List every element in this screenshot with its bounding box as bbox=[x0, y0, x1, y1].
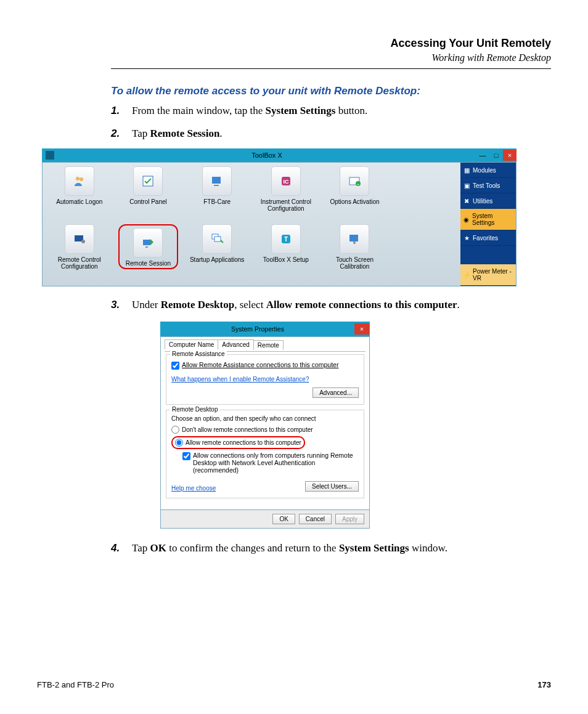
svg-point-11 bbox=[81, 240, 85, 243]
toolbox-tile[interactable]: Remote Control Configuration bbox=[45, 224, 114, 282]
dialog-title: System Properties bbox=[161, 325, 354, 333]
radio-dont-allow[interactable]: Don't allow remote connections to this c… bbox=[171, 426, 359, 434]
svg-text:IC: IC bbox=[283, 179, 289, 185]
sidebar-item-label: Power Meter - VR bbox=[473, 268, 513, 282]
svg-rect-18 bbox=[349, 235, 358, 241]
toolbox-tile[interactable]: Startup Applications bbox=[182, 224, 251, 282]
tile-icon: IC bbox=[271, 166, 301, 196]
checkbox-label: Allow Remote Assistance connections to t… bbox=[182, 361, 338, 368]
tile-icon bbox=[65, 224, 94, 254]
sidebar-item[interactable]: ▣Test Tools bbox=[460, 178, 516, 193]
step-bold: System Settings bbox=[266, 105, 336, 116]
sidebar-item-label: Modules bbox=[473, 167, 496, 174]
step-text: window. bbox=[409, 542, 447, 554]
sidebar-item[interactable]: ✖Utilities bbox=[460, 193, 516, 209]
minimize-button[interactable]: — bbox=[476, 150, 489, 161]
tile-label: Instrument Control Configuration bbox=[251, 198, 321, 212]
svg-rect-3 bbox=[212, 177, 221, 184]
tile-label: Startup Applications bbox=[190, 256, 244, 263]
sidebar-item-label: System Settings bbox=[472, 213, 513, 226]
select-users-button[interactable]: Select Users... bbox=[305, 481, 359, 492]
toolbox-tile bbox=[389, 224, 458, 282]
header-rule bbox=[111, 68, 551, 69]
tile-icon bbox=[202, 166, 232, 196]
toolbox-tile bbox=[389, 166, 458, 224]
close-button[interactable]: × bbox=[354, 323, 369, 335]
tile-label: FTB-Care bbox=[203, 198, 231, 205]
sidebar-item[interactable]: ★Favorites bbox=[460, 230, 516, 246]
step-number: 3. bbox=[111, 298, 132, 313]
step-text: , select bbox=[234, 299, 266, 310]
step-number: 1. bbox=[111, 103, 132, 119]
svg-point-0 bbox=[76, 177, 80, 181]
allow-remote-assistance-checkbox[interactable]: Allow Remote Assistance connections to t… bbox=[171, 361, 359, 370]
tab-remote[interactable]: Remote bbox=[253, 340, 284, 350]
toolbox-tile[interactable]: Remote Session bbox=[114, 224, 183, 282]
step-text: Tap bbox=[132, 128, 150, 139]
radio-allow-remote[interactable]: Allow remote connections to this compute… bbox=[171, 436, 305, 449]
tile-label: Control Panel bbox=[129, 198, 167, 205]
remote-assistance-help-link[interactable]: What happens when I enable Remote Assist… bbox=[171, 376, 309, 383]
help-me-choose-link[interactable]: Help me choose bbox=[171, 485, 216, 492]
dialog-titlebar: System Properties × bbox=[160, 322, 370, 336]
page-number: 173 bbox=[537, 680, 551, 689]
svg-point-1 bbox=[80, 177, 83, 181]
apply-button[interactable]: Apply bbox=[335, 514, 364, 524]
step-text: From the main window, tap the bbox=[132, 105, 266, 116]
step-text: . bbox=[219, 128, 222, 139]
tile-icon: + bbox=[340, 166, 369, 196]
step-2: 2. Tap Remote Session. bbox=[111, 126, 551, 142]
section-subtitle: Working with Remote Desktop bbox=[111, 52, 551, 63]
close-button[interactable]: × bbox=[503, 150, 517, 161]
step-text: button. bbox=[335, 105, 367, 116]
tile-icon bbox=[65, 166, 94, 196]
svg-text:+: + bbox=[357, 182, 360, 186]
procedure-title: To allow the remote access to your unit … bbox=[111, 85, 551, 97]
system-properties-dialog: System Properties × Computer Name Advanc… bbox=[160, 322, 370, 529]
step-bold: System Settings bbox=[339, 542, 409, 554]
sidebar-icon: ▣ bbox=[463, 182, 470, 189]
tab-advanced[interactable]: Advanced bbox=[218, 339, 253, 349]
sidebar-item-label: Test Tools bbox=[473, 182, 500, 189]
chapter-title: Accessing Your Unit Remotely bbox=[111, 37, 551, 50]
sidebar-item-powermeter[interactable]: ⚡ Power Meter - VR bbox=[460, 264, 516, 286]
maximize-button[interactable]: □ bbox=[489, 150, 503, 161]
cancel-button[interactable]: Cancel bbox=[299, 514, 332, 524]
dialog-button-row: OK Cancel Apply bbox=[160, 510, 370, 529]
toolbox-tile[interactable]: Control Panel bbox=[114, 166, 183, 224]
toolbox-tile[interactable]: TToolBox X Setup bbox=[251, 224, 321, 282]
tile-icon bbox=[340, 224, 369, 254]
group-legend: Remote Assistance bbox=[170, 351, 227, 357]
remote-assistance-group: Remote Assistance Allow Remote Assistanc… bbox=[166, 354, 364, 405]
powermeter-icon: ⚡ bbox=[463, 271, 470, 278]
toolbox-tile[interactable]: Touch Screen Calibration bbox=[321, 224, 390, 282]
sidebar-item-label: Utilities bbox=[473, 198, 492, 205]
toolbox-title: ToolBox X bbox=[58, 152, 476, 159]
tile-label: Touch Screen Calibration bbox=[321, 256, 390, 270]
toolbox-tile[interactable]: Automatic Logon bbox=[45, 166, 114, 224]
toolbox-tile[interactable]: +Options Activation bbox=[321, 166, 390, 224]
step-text: . bbox=[457, 299, 460, 310]
step-4: 4. Tap OK to confirm the changes and ret… bbox=[111, 541, 551, 556]
ok-button[interactable]: OK bbox=[272, 514, 295, 524]
step-bold: Remote Session bbox=[150, 128, 220, 139]
toolbox-tile[interactable]: FTB-Care bbox=[182, 166, 251, 224]
step-3: 3. Under Remote Desktop, select Allow re… bbox=[111, 298, 551, 313]
tile-label: Options Activation bbox=[330, 198, 379, 205]
step-text: to confirm the changes and return to the bbox=[166, 542, 339, 554]
toolbox-tile[interactable]: ICInstrument Control Configuration bbox=[251, 166, 321, 224]
step-bold: Allow remote connections to this compute… bbox=[266, 299, 457, 310]
checkbox-label: Allow connections only from computers ru… bbox=[193, 452, 359, 474]
sidebar-item[interactable]: ▦Modules bbox=[460, 163, 516, 178]
sidebar-item[interactable]: ◉System Settings bbox=[460, 209, 516, 230]
tile-label: Remote Control Configuration bbox=[45, 256, 114, 270]
tile-icon bbox=[133, 228, 163, 258]
svg-rect-4 bbox=[214, 185, 219, 186]
tab-computer-name[interactable]: Computer Name bbox=[165, 339, 218, 349]
tile-icon bbox=[202, 224, 232, 254]
step-number: 2. bbox=[111, 126, 132, 142]
nla-checkbox[interactable]: Allow connections only from computers ru… bbox=[182, 452, 359, 474]
advanced-button[interactable]: Advanced... bbox=[312, 387, 359, 398]
tile-icon: T bbox=[271, 224, 301, 254]
radio-label: Don't allow remote connections to this c… bbox=[182, 426, 313, 433]
